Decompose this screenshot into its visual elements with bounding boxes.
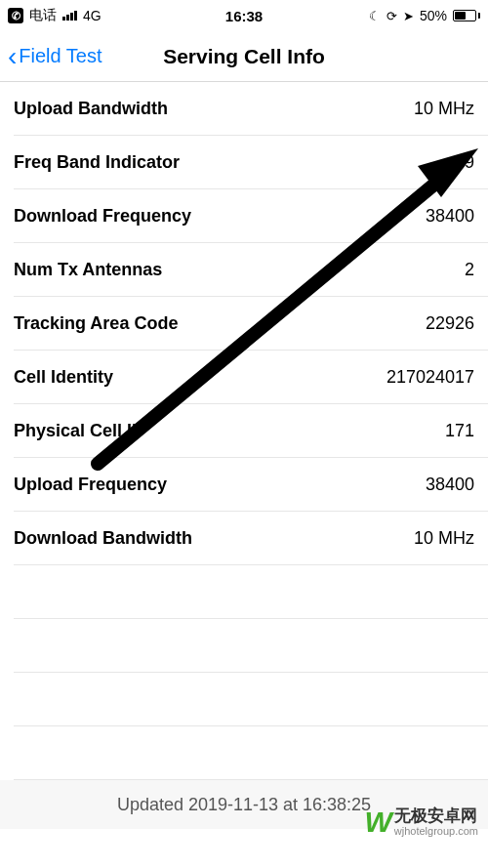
- row-physical-cell-id[interactable]: Physical Cell ID 171: [0, 404, 488, 458]
- nav-bar: ‹ Field Test Serving Cell Info: [0, 31, 488, 82]
- row-download-frequency[interactable]: Download Frequency 38400: [0, 189, 488, 243]
- empty-row: [0, 673, 488, 726]
- chevron-left-icon: ‹: [8, 43, 17, 70]
- empty-row: [0, 565, 488, 619]
- back-label: Field Test: [19, 45, 102, 67]
- carrier-app-icon: ✆: [8, 8, 23, 23]
- content-list[interactable]: Upload Bandwidth 10 MHz Freq Band Indica…: [0, 82, 488, 868]
- moon-icon: ☾: [369, 9, 381, 23]
- signal-icon: [62, 11, 77, 21]
- row-label: Download Bandwidth: [14, 528, 192, 549]
- empty-row: [0, 726, 488, 780]
- row-label: Upload Frequency: [14, 475, 167, 495]
- watermark-cn: 无极安卓网: [394, 807, 478, 826]
- row-upload-bandwidth[interactable]: Upload Bandwidth 10 MHz: [0, 82, 488, 136]
- row-label: Cell Identity: [14, 367, 113, 388]
- row-label: Num Tx Antennas: [14, 260, 162, 280]
- page-title: Serving Cell Info: [163, 45, 325, 68]
- row-cell-identity[interactable]: Cell Identity 217024017: [0, 351, 488, 404]
- row-tracking-area-code[interactable]: Tracking Area Code 22926: [0, 297, 488, 351]
- status-bar: ✆ 电话 4G 16:38 ☾ ⟳ ➤ 50%: [0, 0, 488, 31]
- row-value: 217024017: [386, 367, 474, 388]
- row-label: Upload Bandwidth: [14, 99, 168, 119]
- row-value: 38400: [426, 475, 474, 495]
- updated-text: Updated 2019-11-13 at 16:38:25: [117, 795, 371, 815]
- row-label: Download Frequency: [14, 206, 191, 227]
- row-label: Freq Band Indicator: [14, 152, 180, 173]
- empty-row: [0, 619, 488, 673]
- back-button[interactable]: ‹ Field Test: [0, 43, 102, 70]
- watermark-logo-icon: W: [364, 806, 389, 839]
- network-text: 4G: [83, 8, 102, 23]
- location-icon: ➤: [403, 9, 414, 23]
- battery-percent: 50%: [420, 8, 447, 23]
- row-value: 10 MHz: [414, 528, 474, 549]
- row-value: 39: [455, 152, 474, 173]
- row-value: 2: [465, 260, 474, 280]
- row-upload-frequency[interactable]: Upload Frequency 38400: [0, 458, 488, 512]
- status-right: ☾ ⟳ ➤ 50%: [369, 8, 480, 23]
- row-value: 10 MHz: [414, 99, 474, 119]
- row-value: 38400: [426, 206, 474, 227]
- carrier-text: 电话: [29, 7, 57, 24]
- row-num-tx-antennas[interactable]: Num Tx Antennas 2: [0, 243, 488, 297]
- row-freq-band-indicator[interactable]: Freq Band Indicator 39: [0, 136, 488, 189]
- row-download-bandwidth[interactable]: Download Bandwidth 10 MHz: [0, 512, 488, 565]
- status-left: ✆ 电话 4G: [8, 7, 102, 24]
- row-value: 171: [445, 421, 474, 441]
- watermark: W 无极安卓网 wjhotelgroup.com: [364, 806, 478, 839]
- status-time: 16:38: [225, 8, 263, 24]
- row-label: Physical Cell ID: [14, 421, 144, 441]
- watermark-url: wjhotelgroup.com: [394, 825, 478, 837]
- battery-icon: [453, 10, 480, 21]
- row-value: 22926: [426, 313, 474, 334]
- rotation-lock-icon: ⟳: [386, 9, 397, 23]
- row-label: Tracking Area Code: [14, 313, 178, 334]
